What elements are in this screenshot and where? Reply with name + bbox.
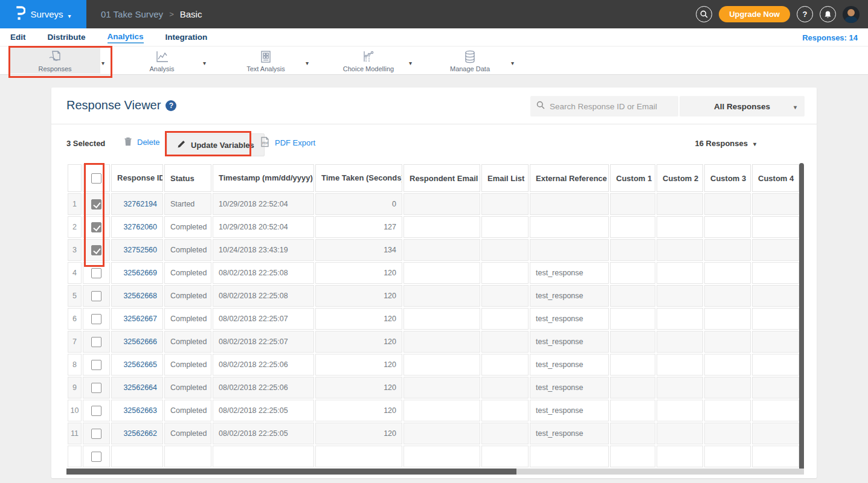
chevron-down-icon — [753, 139, 756, 148]
table-row: 832562665Completed08/02/2018 22:25:06120… — [68, 354, 799, 376]
row-checkbox[interactable] — [91, 429, 101, 439]
tab-distribute[interactable]: Distribute — [48, 33, 86, 43]
toolbar-item-choice-modelling[interactable]: Choice Modelling — [326, 48, 411, 74]
column-header-label: Status — [170, 174, 194, 183]
column-header-status: Status — [164, 164, 211, 192]
analysis-icon — [154, 50, 170, 64]
cell-checkbox — [83, 285, 110, 307]
cell-status: Completed — [164, 239, 211, 261]
breadcrumb-survey-link[interactable]: 01 Take Survey — [101, 9, 163, 19]
user-avatar[interactable] — [843, 6, 860, 23]
response-id-link[interactable]: 32562666 — [123, 337, 157, 346]
cell-respondent_email — [403, 354, 480, 376]
column-header-label: Email List — [487, 174, 524, 183]
cell-respondent_email — [403, 446, 480, 467]
row-checkbox-checked[interactable] — [91, 199, 101, 210]
row-checkbox[interactable] — [91, 360, 101, 370]
cell-external_reference: test_response — [530, 308, 609, 330]
cell-email_list — [481, 308, 529, 330]
row-checkbox-checked[interactable] — [91, 245, 101, 255]
horizontal-scrollbar-thumb[interactable] — [66, 469, 516, 475]
select-all-checkbox[interactable] — [91, 173, 101, 184]
column-header-timestamp[interactable]: Timestamp (mm/dd/yyyy) — [213, 164, 314, 192]
row-checkbox[interactable] — [91, 268, 101, 278]
cell-respondent_email — [403, 262, 480, 284]
column-header-time_taken[interactable]: Time Taken (Seconds) — [315, 164, 402, 192]
manage-data-dropdown-caret-icon[interactable] — [511, 57, 514, 68]
cell-custom2 — [657, 446, 703, 467]
title-help-icon[interactable]: ? — [166, 100, 176, 111]
row-checkbox[interactable] — [91, 452, 101, 462]
row-checkbox[interactable] — [91, 383, 101, 393]
analysis-dropdown-caret-icon[interactable] — [203, 57, 206, 68]
cell-time_taken: 120 — [315, 354, 402, 376]
responses-dropdown-caret-icon[interactable] — [101, 57, 104, 68]
toolbar-item-manage-data[interactable]: Manage Data — [428, 48, 512, 74]
row-checkbox[interactable] — [91, 406, 101, 416]
row-checkbox[interactable] — [91, 291, 101, 301]
pdf-export-label: PDF Export — [275, 138, 315, 147]
cell-checkbox — [83, 400, 110, 421]
response-id-link[interactable]: 32562667 — [123, 315, 157, 323]
toolbar-item-responses[interactable]: Responses — [10, 48, 100, 74]
tab-integration[interactable]: Integration — [166, 33, 208, 43]
update-variables-button[interactable]: Update Variables — [167, 133, 265, 156]
tab-analytics[interactable]: Analytics — [108, 32, 144, 43]
cell-custom2 — [657, 285, 703, 307]
response-id-link[interactable]: 32762194 — [123, 200, 157, 208]
tab-edit[interactable]: Edit — [10, 33, 26, 43]
toolbar-item-analysis[interactable]: Analysis — [120, 48, 204, 74]
toolbar-item-text-analysis[interactable]: Text Analysis — [223, 48, 308, 74]
cell-rownum: 3 — [68, 239, 82, 261]
upgrade-now-button[interactable]: Upgrade Now — [719, 6, 790, 22]
response-id-link[interactable]: 32762060 — [123, 223, 157, 231]
search-input[interactable] — [550, 102, 672, 111]
row-checkbox[interactable] — [91, 337, 101, 347]
cell-custom4 — [752, 377, 799, 398]
cell-time_taken: 0 — [315, 193, 402, 215]
cell-email_list — [481, 423, 529, 444]
response-id-link[interactable]: 32562663 — [123, 406, 157, 415]
cell-custom2 — [657, 308, 703, 330]
delete-button[interactable]: Delete — [124, 136, 160, 148]
cell-external_reference — [530, 193, 609, 215]
search-icon — [536, 101, 545, 112]
horizontal-scrollbar-track[interactable] — [66, 469, 804, 475]
toolbar-item-label: Text Analysis — [246, 65, 285, 72]
responses-count-badge[interactable]: Responses: 14 — [802, 28, 858, 46]
text-analysis-icon — [259, 50, 273, 64]
cell-external_reference: test_response — [530, 331, 609, 353]
vertical-scrollbar[interactable] — [799, 163, 804, 475]
cell-custom4 — [752, 239, 799, 261]
search-icon[interactable] — [696, 6, 712, 22]
text-analysis-dropdown-caret-icon[interactable] — [306, 57, 309, 68]
cell-checkbox — [83, 446, 110, 467]
cell-custom4 — [752, 354, 799, 376]
response-id-link[interactable]: 32562664 — [123, 383, 157, 392]
breadcrumb-separator: > — [169, 10, 174, 19]
row-checkbox-checked[interactable] — [91, 222, 101, 232]
response-id-link[interactable]: 32562665 — [123, 360, 157, 369]
row-checkbox[interactable] — [91, 314, 101, 324]
cell-custom4 — [752, 216, 799, 238]
response-id-link[interactable]: 32752560 — [123, 246, 157, 254]
column-header-custom3: Custom 3 — [704, 164, 751, 192]
cell-time_taken: 120 — [315, 377, 402, 398]
pdf-export-button[interactable]: PDF PDF Export — [260, 136, 315, 149]
cell-custom4 — [752, 262, 799, 284]
responses-page-dropdown[interactable]: 16 Responses — [695, 139, 756, 148]
response-id-link[interactable]: 32562668 — [123, 292, 157, 300]
cell-custom1 — [610, 400, 655, 421]
response-id-link[interactable]: 32562669 — [123, 269, 157, 277]
cell-time_taken: 127 — [315, 216, 402, 238]
help-icon[interactable]: ? — [797, 6, 813, 22]
notifications-bell-icon[interactable] — [820, 6, 836, 22]
response-id-link[interactable]: 32562662 — [123, 429, 157, 438]
cell-status: Completed — [164, 377, 211, 398]
product-menu[interactable]: Surveys — [0, 0, 86, 28]
responses-table: Response IDStatusTimestamp (mm/dd/yyyy)T… — [66, 163, 800, 469]
response-filter-dropdown[interactable]: All Responses — [680, 96, 805, 117]
table-row: 232762060Completed10/29/2018 20:52:04127 — [68, 216, 799, 238]
column-header-id[interactable]: Response ID — [111, 164, 163, 192]
choice-modelling-dropdown-caret-icon[interactable] — [409, 57, 412, 68]
